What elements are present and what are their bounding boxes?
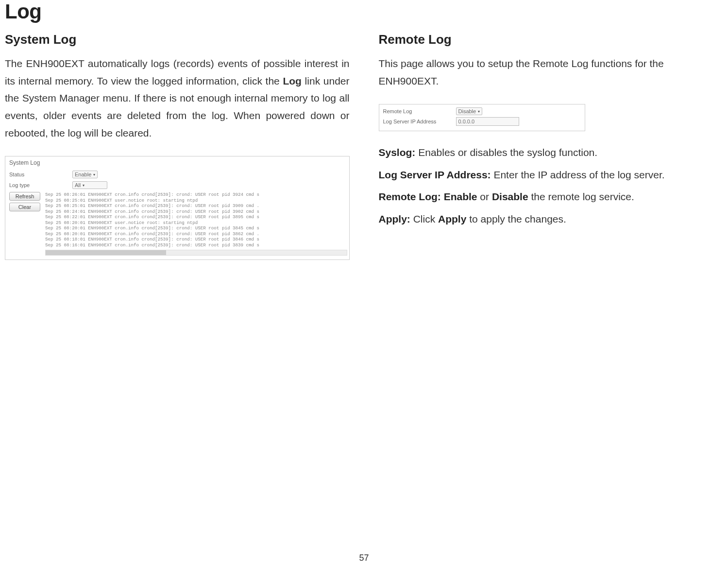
apply-word: Apply [438,213,466,224]
def-text: the remote log service. [528,191,634,202]
syslog-definition: Syslog: Enables or disables the syslog f… [379,145,724,160]
logtype-label: Log type [9,182,72,188]
log-server-ip-definition: Log Server IP Address: Enter the IP addr… [379,167,724,183]
horizontal-scrollbar[interactable] [45,250,347,256]
def-text: or [477,191,492,202]
log-line: Sep 25 08:20:01 ENH900EXT cron.info cron… [45,225,347,231]
log-server-ip-input[interactable] [456,117,519,126]
log-line: Sep 25 08:24:01 ENH900EXT cron.info cron… [45,209,347,215]
apply-definition: Apply: Click Apply to apply the changes. [379,211,724,227]
def-term: Remote Log: [379,191,441,202]
status-row: Status Enable ▾ [5,169,349,180]
log-line: Sep 25 08:16:01 ENH900EXT cron.info cron… [45,242,347,248]
remote-log-heading: Remote Log [379,32,724,47]
two-column-layout: System Log The ENH900EXT automatically l… [5,32,723,260]
system-log-button-column: Refresh Clear [9,192,40,211]
remote-log-select-value: Disable [458,108,476,114]
log-server-ip-row: Log Server IP Address [379,116,585,127]
system-log-paragraph: The ENH900EXT automatically logs (record… [5,55,350,141]
logtype-row: Log type All ▾ [5,180,349,190]
remote-log-definition: Remote Log: Enable or Disable the remote… [379,189,724,205]
def-term: Apply: [379,213,410,224]
page-number: 57 [0,553,728,563]
chevron-down-icon: ▾ [478,109,480,114]
def-text: Enter the IP address of the log server. [491,169,665,180]
log-line: Sep 25 08:22:01 ENH900EXT cron.info cron… [45,214,347,220]
def-term: Syslog: [379,147,416,158]
log-server-ip-label: Log Server IP Address [383,119,456,124]
def-text: Click [410,213,438,224]
system-log-panel: System Log Status Enable ▾ Log type All … [5,156,350,260]
status-select-value: Enable [75,172,91,177]
left-column: System Log The ENH900EXT automatically l… [5,32,350,260]
system-log-panel-title: System Log [5,156,349,169]
system-log-textarea[interactable]: Sep 25 08:26:01 ENH900EXT cron.info cron… [45,192,347,256]
log-line: Sep 25 08:26:01 ENH900EXT cron.info cron… [45,192,347,198]
def-text: Enables or disables the syslog function. [415,147,597,158]
log-line: Sep 25 08:18:01 ENH900EXT cron.info cron… [45,237,347,242]
remote-log-panel: Remote Log Disable ▾ Log Server IP Addre… [379,104,586,131]
log-line: Sep 25 08:25:01 ENH900EXT cron.info cron… [45,203,347,209]
system-log-body: Refresh Clear Sep 25 08:26:01 ENH900EXT … [5,190,349,259]
remote-log-select[interactable]: Disable ▾ [456,107,483,115]
disable-word: Disable [492,191,528,202]
status-select[interactable]: Enable ▾ [72,171,98,178]
system-log-heading: System Log [5,32,350,47]
scrollbar-thumb[interactable] [46,250,166,255]
clear-button[interactable]: Clear [9,203,40,211]
remote-log-paragraph: This page allows you to setup the Remote… [379,55,724,89]
enable-word: Enable [444,191,477,202]
chevron-down-icon: ▾ [83,183,85,188]
log-line: Sep 25 08:20:01 ENH900EXT cron.info cron… [45,231,347,237]
remote-log-label: Remote Log [383,108,456,114]
log-link-word: Log [283,75,301,86]
def-text: to apply the changes. [466,213,566,224]
log-line: Sep 25 08:20:01 ENH900EXT user.notice ro… [45,220,347,226]
definitions-block: Syslog: Enables or disables the syslog f… [379,145,724,226]
chevron-down-icon: ▾ [93,172,95,177]
refresh-button[interactable]: Refresh [9,192,40,201]
remote-log-row: Remote Log Disable ▾ [379,106,585,116]
right-column: Remote Log This page allows you to setup… [379,32,724,260]
log-line: Sep 25 08:25:01 ENH900EXT user.notice ro… [45,198,347,204]
def-term: Log Server IP Address: [379,169,491,180]
logtype-select-value: All [75,182,81,188]
logtype-select[interactable]: All ▾ [72,181,107,189]
page-title: Log [5,0,723,23]
status-label: Status [9,172,72,177]
